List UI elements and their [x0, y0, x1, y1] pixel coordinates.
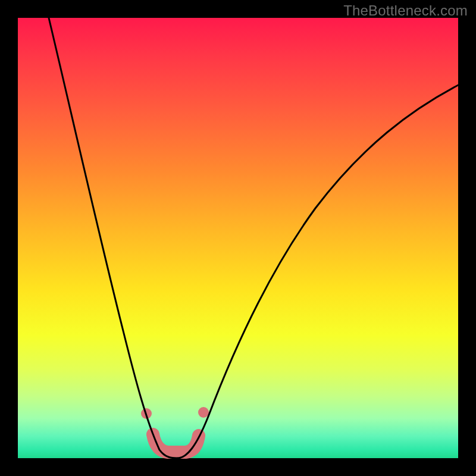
attribution-text: TheBottleneck.com: [343, 2, 468, 19]
chart-frame: TheBottleneck.com: [0, 0, 476, 476]
curve-left: [49, 18, 177, 458]
curve-right: [177, 84, 459, 458]
plot-area: [18, 18, 458, 458]
trough-dot-right: [198, 407, 209, 418]
curve-layer: [18, 18, 458, 458]
